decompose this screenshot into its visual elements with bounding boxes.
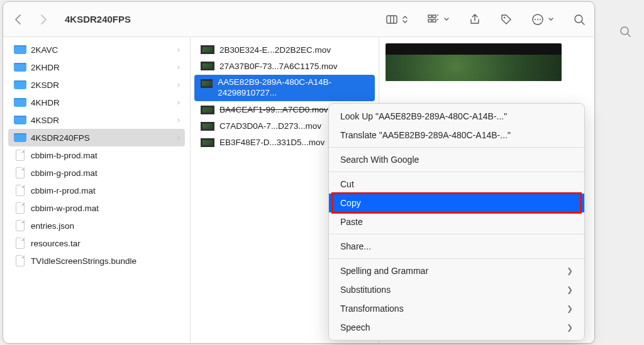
- chevron-right-icon: ❯: [567, 285, 573, 294]
- file-row[interactable]: AA5E82B9-289A-480C-A14B-24298910727...: [194, 75, 375, 101]
- menu-separator: [329, 147, 584, 148]
- tags-button[interactable]: [500, 13, 513, 26]
- sidebar-item-label: cbbim-w-prod.mat: [31, 204, 180, 213]
- sidebar-item-label: resources.tar: [31, 239, 180, 248]
- video-thumbnail-icon: [201, 45, 214, 54]
- file-icon: [13, 238, 27, 249]
- chevron-down-icon: [443, 13, 450, 26]
- sidebar-item[interactable]: 4KHDR›: [8, 94, 185, 111]
- svg-line-15: [582, 22, 584, 25]
- sidebar-item-label: cbbim-g-prod.mat: [31, 168, 180, 178]
- sidebar-item-label: cbbim-r-prod.mat: [31, 186, 180, 195]
- file-row[interactable]: 2B30E324-E...2D2B2EC.mov: [194, 42, 375, 57]
- sidebar-item[interactable]: 2KSDR›: [8, 76, 185, 94]
- context-menu: Look Up "AA5E82B9-289A-480C-A14B-..." Tr…: [328, 103, 585, 341]
- file-row[interactable]: 27A37B0F-73...7A6C1175.mov: [194, 58, 375, 74]
- video-thumbnail-icon: [201, 138, 214, 147]
- video-thumbnail-icon: [201, 122, 214, 131]
- chevron-right-icon: ❯: [567, 266, 573, 275]
- menu-share[interactable]: Share...: [329, 237, 584, 256]
- folder-icon: [13, 62, 27, 73]
- sidebar-column[interactable]: 2KAVC›2KHDR›2KSDR›4KHDR›4KSDR›4KSDR240FP…: [3, 37, 191, 343]
- svg-point-12: [537, 19, 538, 20]
- menu-look-up[interactable]: Look Up "AA5E82B9-289A-480C-A14B-...": [329, 107, 584, 126]
- chevron-down-icon: [548, 13, 554, 26]
- file-name-label: 27A37B0F-73...7A6C1175.mov: [219, 62, 338, 71]
- menu-speech[interactable]: Speech❯: [329, 318, 584, 337]
- svg-point-13: [540, 19, 541, 20]
- folder-icon: [13, 132, 27, 143]
- sidebar-item-label: entries.json: [31, 221, 180, 231]
- sidebar-item-label: 2KAVC: [31, 45, 177, 55]
- menu-search-google[interactable]: Search With Google: [329, 150, 584, 169]
- folder-icon: [13, 114, 27, 126]
- sidebar-item[interactable]: entries.json: [8, 217, 185, 234]
- back-button[interactable]: [12, 13, 25, 26]
- svg-point-16: [621, 27, 628, 35]
- updown-icon: [402, 13, 408, 26]
- chevron-right-icon: ›: [177, 98, 180, 107]
- file-icon: [13, 185, 27, 196]
- menu-separator: [329, 258, 584, 259]
- folder-icon: [13, 97, 27, 108]
- file-name-label: C7AD3D0A-7...D273...mov: [219, 121, 321, 131]
- menu-copy[interactable]: Copy: [329, 194, 584, 212]
- menu-cut[interactable]: Cut: [329, 175, 584, 194]
- sidebar-item[interactable]: cbbim-w-prod.mat: [8, 199, 185, 217]
- file-name-label: 2B30E324-E...2D2B2EC.mov: [219, 45, 331, 55]
- sidebar-item-label: 2KSDR: [31, 80, 177, 90]
- sidebar-item-label: cbbim-b-prod.mat: [31, 151, 180, 160]
- search-button[interactable]: [573, 13, 586, 26]
- window-title: 4KSDR240FPS: [65, 14, 131, 25]
- chevron-right-icon: ›: [177, 45, 180, 54]
- outer-search-button[interactable]: [613, 19, 638, 44]
- sidebar-item[interactable]: 2KAVC›: [8, 41, 185, 58]
- menu-transformations[interactable]: Transformations❯: [329, 299, 584, 318]
- chevron-right-icon: ❯: [567, 323, 573, 332]
- sidebar-item[interactable]: 2KHDR›: [8, 58, 185, 76]
- group-by-button[interactable]: [427, 13, 450, 26]
- view-columns-button[interactable]: [386, 13, 408, 26]
- file-name-label: AA5E82B9-289A-480C-A14B-24298910727...: [218, 77, 369, 99]
- svg-rect-4: [433, 15, 436, 18]
- file-name-label: BA4CEAF1-99...A7CD0.mov: [219, 105, 328, 114]
- chevron-right-icon: ❯: [567, 304, 573, 313]
- menu-substitutions[interactable]: Substitutions❯: [329, 280, 584, 299]
- menu-translate[interactable]: Translate "AA5E82B9-289A-480C-A14B-...": [329, 126, 584, 145]
- chevron-right-icon: ›: [177, 116, 180, 124]
- sidebar-item-label: TVIdleScreenStrings.bundle: [31, 256, 180, 266]
- svg-line-17: [628, 34, 630, 36]
- menu-spelling-grammar[interactable]: Spelling and Grammar❯: [329, 261, 584, 280]
- file-name-label: EB3F48E7-D...331D5...mov: [219, 138, 325, 147]
- video-thumbnail-icon: [201, 106, 214, 114]
- sidebar-item[interactable]: 4KSDR›: [8, 111, 185, 129]
- sidebar-item[interactable]: cbbim-r-prod.mat: [8, 182, 185, 199]
- chevron-right-icon: ›: [177, 63, 180, 72]
- svg-rect-6: [433, 19, 436, 22]
- more-actions-button[interactable]: [531, 13, 554, 26]
- sidebar-item[interactable]: cbbim-g-prod.mat: [8, 164, 185, 182]
- preview-thumbnail[interactable]: [386, 43, 562, 81]
- sidebar-item-label: 4KHDR: [31, 98, 177, 107]
- sidebar-item[interactable]: 4KSDR240FPS›: [8, 129, 185, 146]
- file-icon: [13, 150, 27, 161]
- folder-icon: [13, 79, 27, 90]
- sidebar-item-label: 2KHDR: [31, 63, 177, 72]
- sidebar-item-label: 4KSDR: [31, 116, 177, 125]
- forward-button[interactable]: [37, 13, 50, 26]
- svg-point-9: [504, 16, 506, 18]
- toolbar: 4KSDR240FPS: [3, 2, 594, 37]
- menu-separator: [329, 172, 584, 172]
- sidebar-item[interactable]: TVIdleScreenStrings.bundle: [8, 252, 185, 270]
- share-button[interactable]: [469, 13, 481, 26]
- sidebar-item[interactable]: cbbim-b-prod.mat: [8, 146, 185, 164]
- video-thumbnail-icon: [201, 62, 214, 70]
- sidebar-item[interactable]: resources.tar: [8, 234, 185, 252]
- svg-rect-0: [387, 16, 397, 23]
- chevron-right-icon: ›: [177, 133, 180, 142]
- file-icon: [13, 255, 27, 266]
- svg-rect-3: [428, 15, 431, 18]
- svg-point-14: [575, 15, 582, 23]
- menu-paste[interactable]: Paste: [329, 212, 584, 231]
- video-thumbnail-icon: [201, 79, 213, 88]
